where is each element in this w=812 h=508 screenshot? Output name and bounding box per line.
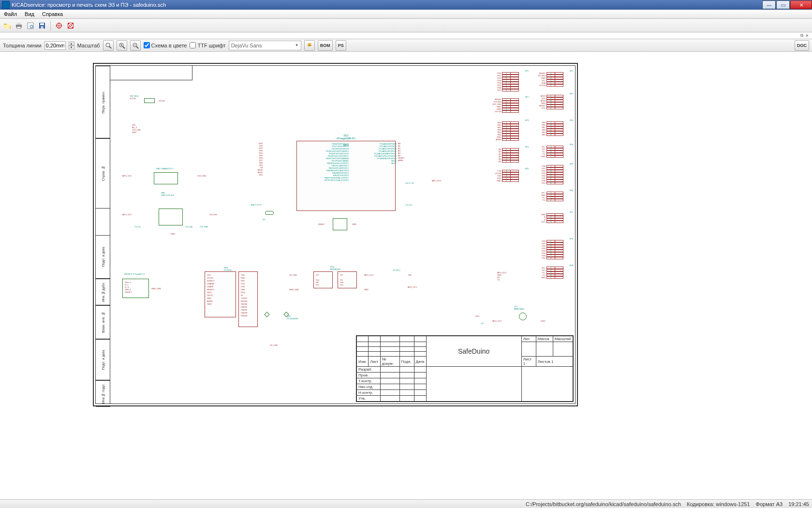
tab-close-button[interactable]: ✕ (805, 33, 809, 38)
svg-rect-1 (17, 23, 21, 25)
ttf-font-checkbox-group[interactable]: TTF шрифт (190, 42, 225, 48)
vreg-da2 (159, 209, 183, 225)
font-combo[interactable]: DejaVu Sans ▼ (229, 41, 301, 50)
status-encoding: Кодировка: windows-1251 (687, 501, 750, 507)
app-icon (2, 1, 10, 9)
save-button[interactable] (37, 20, 47, 31)
color-scheme-checkbox-group[interactable]: Схема в цвете (144, 42, 187, 48)
gost-side-column: Перв. примен. Справ. № Подп. и дата Инв.… (96, 66, 110, 403)
svg-rect-7 (41, 26, 44, 29)
ttf-font-checkbox[interactable] (190, 42, 196, 48)
maximize-button[interactable]: ▭ (776, 0, 790, 9)
schematic-canvas[interactable]: Перв. примен. Справ. № Подп. и дата Инв.… (0, 52, 812, 499)
transistor-vt1 (519, 313, 527, 320)
line-thickness-label: Толщина линии (3, 43, 42, 48)
connector-xs7: XS7GND1A2B3VCC4 (537, 211, 573, 223)
doc-button[interactable]: DOC (795, 40, 809, 51)
connector-xs1: XS1RESET1VCC3V32GND3SCL4SDA5VCCIN6 (537, 70, 573, 87)
menu-bar: Файл Вид Справка (0, 10, 812, 19)
svg-point-14 (106, 43, 110, 47)
power-in-nets: VD1 SS14 VCCIN (130, 95, 139, 100)
zoom-fit-button[interactable] (103, 40, 114, 51)
reset-sw (333, 218, 347, 230)
close-button[interactable]: ✕ (790, 0, 812, 9)
menu-file[interactable]: Файл (0, 10, 21, 18)
connector-xs6: XS6RX+1GND2TX+3TX-4 (537, 189, 573, 201)
connector-xs2: XS2MISO1SCK2MOSI3GND4RESET5VCC6 (537, 92, 573, 109)
ps-button[interactable]: PS (336, 40, 346, 51)
connector-xs3: XS3PB01PB12PB23PB34PB45PB56 (537, 119, 573, 136)
bom-button[interactable]: BOM (318, 40, 333, 51)
svg-line-15 (109, 46, 111, 48)
zoom-out-button[interactable] (130, 40, 141, 51)
sheet-frame: Перв. примен. Справ. № Подп. и дата Инв.… (93, 63, 578, 406)
diode-vd1 (144, 98, 155, 103)
zoom-in-button[interactable] (117, 40, 127, 51)
scale-label: Масштаб (77, 43, 100, 48)
connector-xp3: XP3PB01PB12PB23PB34PB45PB56GND7AREF8 (492, 119, 529, 141)
svg-rect-6 (40, 23, 44, 25)
stop-button[interactable] (65, 20, 76, 31)
svg-line-19 (123, 46, 125, 48)
connector-xp6: XP6PD01PD12PD23PD34PD45PD56PD67PD78 (537, 238, 573, 259)
tab-restore-button[interactable]: ⧉ (800, 33, 803, 38)
line-thickness-input[interactable] (44, 41, 66, 50)
connector-xp2: XP2RESET1VCC3V32VCC.USB3GND4GND5VCCIN6 (492, 96, 529, 113)
svg-rect-2 (17, 27, 21, 29)
ttf-font-label: TTF шрифт (197, 43, 225, 48)
chevron-down-icon: ▼ (295, 43, 299, 47)
window-title: KiCADservice: просмотр и печать схем Э3 … (12, 2, 166, 8)
chip-dd1-atmega328p: DD1ATmega328P-PU MPU PD0/RXD/PCINT16PD1/… (296, 141, 396, 211)
connector-xp4: XP4A01A12A23A34A45A56 (492, 146, 529, 163)
connector-xp8: XP8RX+1RX-2TX+3TX-4GND5 (537, 264, 573, 279)
status-bar: C:/Projects/bitbucket.org/safeduino/kica… (0, 499, 812, 508)
vreg-da1 (154, 172, 178, 184)
font-combo-value: DejaVu Sans (231, 43, 262, 48)
connector-xp5: XP5CTS1VCCIN2TXE3RXF4GND5 (492, 167, 529, 182)
menu-view[interactable]: Вид (21, 10, 38, 18)
connector-xs4: XS4RX+1RX-2TX+3TX-4GND5 (537, 143, 573, 158)
open-button[interactable] (2, 20, 13, 31)
layers-button[interactable] (304, 40, 315, 51)
tab-strip: ⧉ ✕ (0, 32, 812, 39)
minimize-button[interactable]: — (762, 0, 776, 9)
line-thickness-spinner[interactable]: ▲▼ (69, 42, 74, 49)
target-button[interactable] (54, 20, 64, 31)
status-time: 19:21:45 (788, 501, 809, 507)
preview-button[interactable] (25, 20, 36, 31)
connector-xs5: XS5PD01PD12PD23PD34PD45PD56PD67PD78 (537, 163, 573, 184)
menu-help[interactable]: Справка (38, 10, 67, 18)
window-titlebar: KiCADservice: просмотр и печать схем Э3 … (0, 0, 812, 10)
connector-xp1: XP1PD01PD12PD23PD34PD45PD56PD67PD78 (492, 70, 529, 91)
status-path: C:/Projects/bitbucket.org/safeduino/kica… (526, 501, 681, 507)
color-scheme-label: Схема в цвете (151, 43, 187, 48)
print-button[interactable] (14, 20, 24, 31)
main-toolbar (0, 19, 812, 32)
usb-vcc-label: XP5MJ_SVCC.USBGND (132, 124, 141, 134)
gost-title-block: SafeDuinoЛит.МассаМасштаб Изм.Лист№ доку… (356, 335, 574, 402)
options-toolbar: Толщина линии ▲▼ Масштаб Схема в цвете T… (0, 39, 812, 52)
crystal-q1 (265, 211, 274, 215)
svg-line-22 (136, 46, 138, 48)
color-scheme-checkbox[interactable] (144, 42, 150, 48)
status-format: Формат A3 (756, 501, 783, 507)
